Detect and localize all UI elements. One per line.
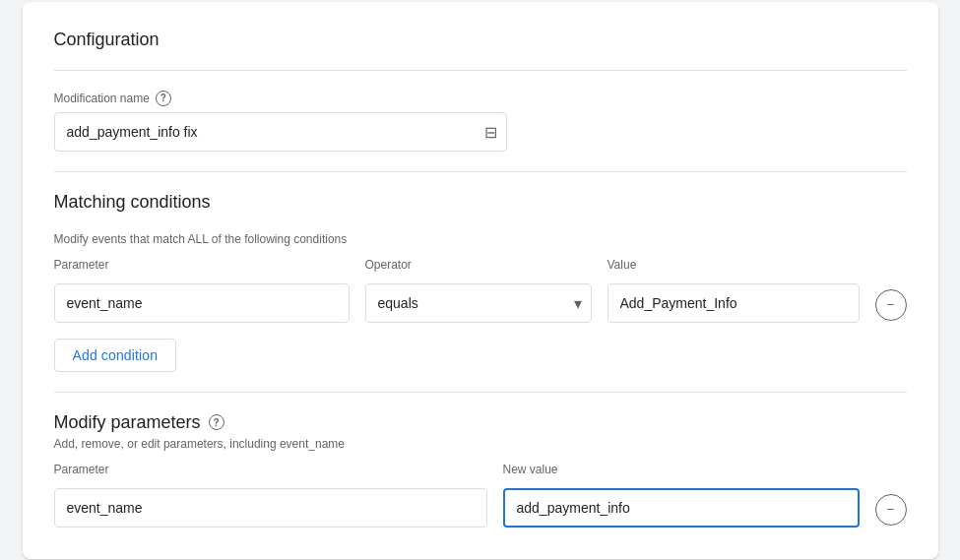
params-header: Parameter New value: [54, 463, 907, 482]
modify-params-header: Modify parameters ?: [54, 412, 907, 433]
value-header: Value: [608, 258, 907, 278]
modification-name-help-icon[interactable]: ?: [156, 91, 171, 106]
conditions-header: Parameter Operator Value: [54, 258, 907, 278]
param-row: −: [54, 488, 907, 528]
minus-icon: −: [887, 297, 895, 312]
minus-icon-param: −: [887, 502, 895, 517]
param-parameter-input[interactable]: [54, 488, 487, 528]
divider-1: [54, 70, 907, 71]
divider-3: [54, 392, 907, 393]
condition-parameter-wrapper: [54, 283, 350, 323]
param-new-value-wrapper: [503, 488, 860, 528]
condition-operator-wrapper: equals contains starts with ends with ▾: [365, 283, 592, 323]
condition-operator-select-wrapper: equals contains starts with ends with ▾: [365, 283, 592, 323]
page-title: Configuration: [54, 30, 907, 50]
condition-operator-select[interactable]: equals contains starts with ends with: [365, 283, 592, 323]
matching-conditions-section: Matching conditions Modify events that m…: [54, 192, 907, 372]
matching-conditions-title: Matching conditions: [54, 192, 907, 213]
divider-2: [54, 171, 907, 172]
param-parameter-wrapper: [54, 488, 487, 528]
modification-name-section: Modification name ? ⊟: [54, 91, 907, 152]
matching-conditions-subtitle: Modify events that match ALL of the foll…: [54, 232, 907, 246]
param-new-value-header: New value: [503, 463, 907, 482]
modify-parameters-help-icon[interactable]: ?: [209, 414, 224, 430]
modification-name-label: Modification name ?: [54, 91, 907, 106]
operator-header: Operator: [365, 258, 592, 278]
condition-row: equals contains starts with ends with ▾ …: [54, 283, 907, 323]
condition-value-input[interactable]: [608, 283, 860, 323]
param-parameter-header: Parameter: [54, 463, 487, 482]
condition-parameter-input[interactable]: [54, 283, 350, 323]
remove-condition-button[interactable]: −: [875, 289, 907, 321]
modify-parameters-title: Modify parameters: [54, 412, 201, 433]
configuration-card: Configuration Modification name ? ⊟ Matc…: [23, 2, 938, 559]
modification-name-input[interactable]: [54, 112, 507, 152]
remove-param-button[interactable]: −: [875, 494, 907, 526]
add-condition-button[interactable]: Add condition: [54, 339, 177, 372]
condition-value-wrapper: [608, 283, 860, 323]
modify-parameters-section: Modify parameters ? Add, remove, or edit…: [54, 412, 907, 528]
modify-parameters-subtitle: Add, remove, or edit parameters, includi…: [54, 437, 907, 451]
param-new-value-input[interactable]: [503, 488, 860, 528]
parameter-header: Parameter: [54, 258, 350, 278]
modification-name-input-wrapper: ⊟: [54, 112, 507, 152]
document-icon: ⊟: [484, 122, 497, 141]
